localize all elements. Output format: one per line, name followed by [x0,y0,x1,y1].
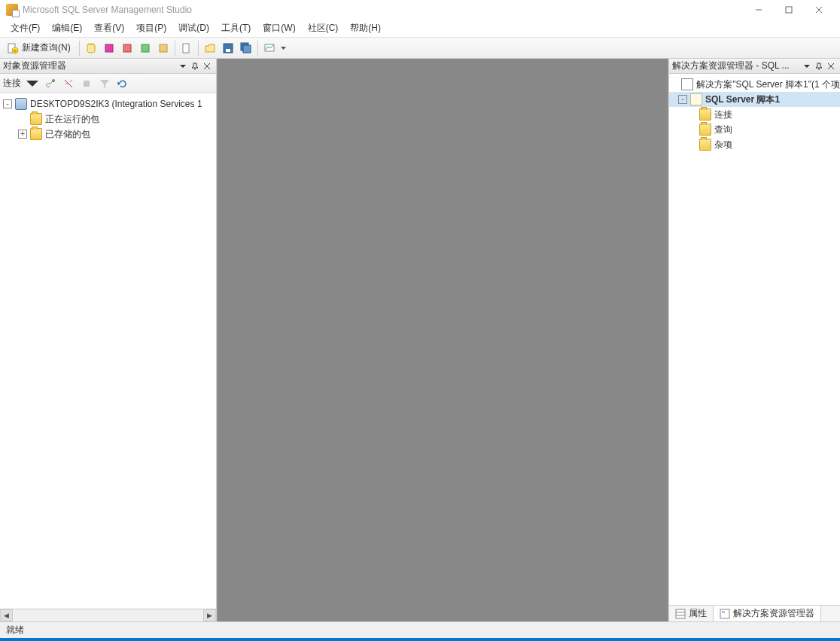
queries-label: 查询 [714,124,732,136]
new-query-label: 新建查询(N) [22,41,71,54]
svg-rect-10 [142,44,149,52]
scroll-right-button[interactable]: ▶ [203,609,216,621]
panel-pin-button[interactable] [813,60,825,72]
refresh-button[interactable] [114,75,131,92]
new-file-button[interactable] [178,40,195,56]
svg-marker-19 [180,65,186,68]
maximize-button[interactable] [774,0,804,20]
panel-pin-button[interactable] [189,60,201,72]
minimize-button[interactable] [744,0,774,20]
svg-rect-32 [720,609,729,618]
object-explorer-header: 对象资源管理器 [0,59,216,74]
expand-toggle[interactable]: + [18,130,27,139]
tree-solution-node[interactable]: 解决方案"SQL Server 脚本1"(1 个项 [669,77,840,92]
properties-icon [675,609,686,619]
svg-rect-33 [722,611,725,613]
tree-running-packages[interactable]: 正在运行的包 [0,111,216,127]
expand-toggle[interactable]: - [3,99,12,108]
save-all-icon [240,42,252,54]
menu-window[interactable]: 窗口(W) [257,20,301,37]
expand-toggle[interactable]: - [678,95,687,104]
svg-rect-11 [160,44,167,52]
server-icon [15,98,27,110]
dmx-icon [121,42,133,54]
new-file-icon [181,42,193,54]
svg-rect-8 [105,44,113,52]
dmx-button[interactable] [119,40,135,56]
tree-queries-node[interactable]: 查询 [669,122,840,137]
stop-button[interactable] [78,75,95,92]
panel-dropdown-button[interactable] [801,60,813,72]
tree-server-node[interactable]: - DESKTOPD9S2IK3 (Integration Services 1 [0,96,216,111]
close-button[interactable] [804,0,834,20]
plug-icon [44,78,56,90]
server-label: DESKTOPD9S2IK3 (Integration Services 1 [30,99,202,109]
scroll-track[interactable] [13,609,203,621]
connect-dropdown[interactable] [24,75,41,92]
object-explorer-title: 对象资源管理器 [3,60,177,72]
menu-edit[interactable]: 编辑(E) [46,20,88,37]
stop-icon [81,78,93,90]
svg-rect-16 [243,45,251,53]
xmla-button[interactable] [137,40,154,56]
solution-explorer-icon [720,609,730,619]
status-bar: 就绪 [0,621,840,638]
menu-view[interactable]: 查看(V) [88,20,130,37]
save-icon [222,42,234,54]
menu-help[interactable]: 帮助(H) [344,20,387,37]
object-explorer-panel: 对象资源管理器 连接 - DESKTOPD9S2IK3 (Integration… [0,59,217,621]
svg-marker-26 [804,65,810,68]
panel-close-button[interactable] [825,60,837,72]
menu-file[interactable]: 文件(F) [5,20,46,37]
window-title: Microsoft SQL Server Management Studio [23,5,744,15]
misc-label: 杂项 [714,139,732,151]
app-icon [6,4,18,16]
tree-misc-node[interactable]: 杂项 [669,137,840,152]
svg-rect-1 [786,7,792,13]
tab-properties[interactable]: 属性 [669,606,714,621]
menu-project[interactable]: 项目(P) [130,20,172,37]
tree-connections-node[interactable]: 连接 [669,107,840,122]
stored-packages-label: 已存储的包 [45,128,90,141]
new-query-icon: ✱ [7,42,19,54]
object-explorer-scrollbar[interactable]: ◀ ▶ [0,609,216,621]
panel-dropdown-button[interactable] [177,60,189,72]
menu-tools[interactable]: 工具(T) [215,20,257,37]
menu-debug[interactable]: 调试(D) [172,20,215,37]
mdx-button[interactable] [101,40,117,56]
svg-rect-9 [123,44,131,52]
disconnect-button[interactable] [60,75,77,92]
tree-stored-packages[interactable]: + 已存储的包 [0,127,216,142]
toolbar-overflow-icon[interactable] [281,45,286,50]
tree-project-node[interactable]: - SQL Server 脚本1 [669,92,840,107]
solution-icon [681,78,693,90]
script-project-icon [690,93,702,105]
database-icon [85,42,97,54]
activity-monitor-button[interactable] [261,40,278,56]
ce-query-button[interactable] [155,40,172,56]
open-button[interactable] [202,40,218,56]
svg-text:✱: ✱ [13,48,17,53]
object-explorer-tree[interactable]: - DESKTOPD9S2IK3 (Integration Services 1… [0,93,216,609]
new-query-button[interactable]: ✱ 新建查询(N) [3,40,76,56]
svg-rect-25 [84,81,90,87]
menubar: 文件(F) 编辑(E) 查看(V) 项目(P) 调试(D) 工具(T) 窗口(W… [0,20,840,38]
solution-explorer-tree[interactable]: 解决方案"SQL Server 脚本1"(1 个项 - SQL Server 脚… [669,74,840,605]
save-all-button[interactable] [238,40,254,56]
main-area: 对象资源管理器 连接 - DESKTOPD9S2IK3 (Integration… [0,59,840,621]
panel-close-button[interactable] [201,60,213,72]
properties-tab-label: 属性 [689,607,707,620]
connect-button[interactable] [42,75,59,92]
folder-icon [699,108,711,121]
db-query-button[interactable] [83,40,99,56]
right-panel-tabs: 属性 解决方案资源管理器 [669,605,840,621]
save-button[interactable] [220,40,236,56]
ce-icon [157,42,169,54]
menu-community[interactable]: 社区(C) [302,20,345,37]
svg-point-23 [52,79,55,82]
activity-icon [263,42,275,54]
tab-solution-explorer[interactable]: 解决方案资源管理器 [714,606,821,621]
filter-button[interactable] [96,75,113,92]
scroll-left-button[interactable]: ◀ [0,609,13,621]
connect-label: 连接 [3,77,23,90]
